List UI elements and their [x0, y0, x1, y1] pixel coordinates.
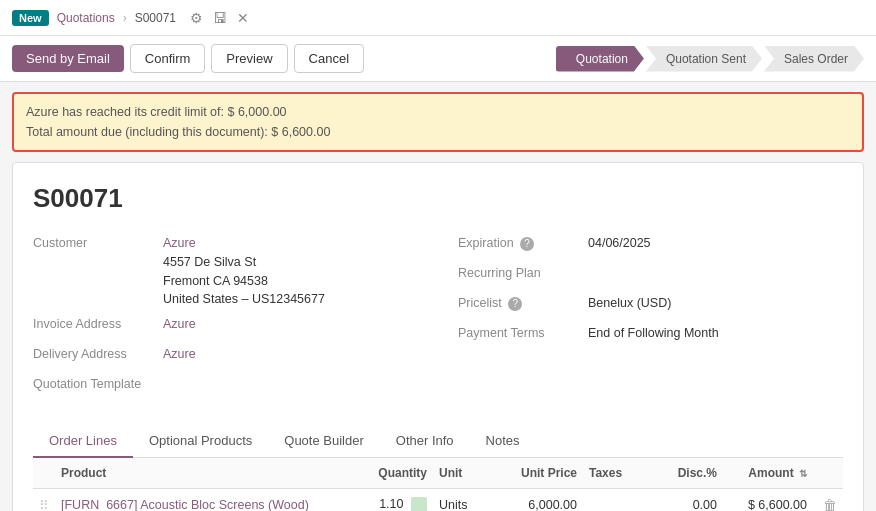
expiration-row: Expiration ? 04/06/2025	[458, 234, 843, 258]
tabs-bar: Order Lines Optional Products Quote Buil…	[33, 425, 843, 458]
action-bar: Send by Email Confirm Preview Cancel Quo…	[0, 36, 876, 82]
expiration-help-icon[interactable]: ?	[520, 237, 534, 251]
breadcrumb-icons: ⚙ 🖫 ✕	[188, 10, 251, 26]
send-by-email-button[interactable]: Send by Email	[12, 45, 124, 72]
row-drag-handle[interactable]: ⠿	[33, 489, 55, 512]
row-unit[interactable]: Units	[433, 489, 503, 512]
recurring-plan-label: Recurring Plan	[458, 264, 588, 280]
tab-quote-builder[interactable]: Quote Builder	[268, 425, 380, 458]
col-unit-price-header: Unit Price	[503, 458, 583, 489]
invoice-address-value[interactable]: Azure	[163, 315, 196, 334]
row-amount: $ 6,600.00	[723, 489, 813, 512]
customer-row: Customer Azure 4557 De Silva St Fremont …	[33, 234, 418, 309]
delete-icon[interactable]: 🗑	[823, 497, 837, 511]
payment-terms-label: Payment Terms	[458, 324, 588, 340]
pricelist-row: Pricelist ? Benelux (USD)	[458, 294, 843, 318]
customer-value: Azure 4557 De Silva St Fremont CA 94538 …	[163, 234, 325, 309]
warning-line1: Azure has reached its credit limit of: $…	[26, 102, 850, 122]
pricelist-help-icon[interactable]: ?	[508, 297, 522, 311]
drag-dots-icon: ⠿	[39, 499, 49, 512]
product-name: Acoustic Bloc Screens (Wood)	[140, 498, 309, 511]
status-sales-order[interactable]: Sales Order	[764, 46, 864, 72]
delivery-address-label: Delivery Address	[33, 345, 163, 361]
cancel-button[interactable]: Cancel	[294, 44, 364, 73]
row-quantity[interactable]: 1.10	[353, 489, 433, 512]
tab-optional-products[interactable]: Optional Products	[133, 425, 268, 458]
col-product-header: Product	[55, 458, 353, 489]
row-disc[interactable]: 0.00	[663, 489, 723, 512]
warning-line2: Total amount due (including this documen…	[26, 122, 850, 142]
product-code: [FURN_6667]	[61, 498, 137, 511]
status-quotation-sent[interactable]: Quotation Sent	[646, 46, 762, 72]
col-actions-header	[813, 458, 843, 489]
col-amount-header: Amount ⇅	[723, 458, 813, 489]
main-content: S00071 Customer Azure 4557 De Silva St F…	[12, 162, 864, 511]
product-link[interactable]: [FURN_6667] Acoustic Bloc Screens (Wood)	[61, 498, 309, 511]
image-icon[interactable]	[411, 497, 427, 511]
breadcrumb-parent[interactable]: Quotations	[57, 11, 115, 25]
form-right: Expiration ? 04/06/2025 Recurring Plan P…	[458, 234, 843, 405]
quotation-template-label: Quotation Template	[33, 375, 163, 391]
col-quantity-header: Quantity	[353, 458, 433, 489]
customer-address2: Fremont CA 94538	[163, 272, 325, 291]
new-badge: New	[12, 10, 49, 26]
col-drag-header	[33, 458, 55, 489]
row-product[interactable]: [FURN_6667] Acoustic Bloc Screens (Wood)	[55, 489, 353, 512]
customer-address1: 4557 De Silva St	[163, 253, 325, 272]
status-quotation[interactable]: Quotation	[556, 46, 644, 72]
credit-warning-box: Azure has reached its credit limit of: $…	[12, 92, 864, 152]
breadcrumb-bar: New Quotations › S00071 ⚙ 🖫 ✕	[0, 0, 876, 36]
table-row: ⠿ [FURN_6667] Acoustic Bloc Screens (Woo…	[33, 489, 843, 512]
settings-icon[interactable]: ⚙	[188, 10, 205, 26]
row-unit-price[interactable]: 6,000.00	[503, 489, 583, 512]
pricelist-label: Pricelist ?	[458, 294, 588, 311]
row-delete[interactable]: 🗑	[813, 489, 843, 512]
order-lines-table: Product Quantity Unit Unit Price Taxes D…	[33, 458, 843, 511]
quotation-template-row: Quotation Template	[33, 375, 418, 399]
table-header-row: Product Quantity Unit Unit Price Taxes D…	[33, 458, 843, 489]
amount-sort-icon[interactable]: ⇅	[799, 468, 807, 479]
form-left: Customer Azure 4557 De Silva St Fremont …	[33, 234, 418, 405]
col-unit-header: Unit	[433, 458, 503, 489]
customer-address3: United States – US12345677	[163, 290, 325, 309]
row-taxes[interactable]	[583, 489, 663, 512]
expiration-label: Expiration ?	[458, 234, 588, 251]
col-disc-header: Disc.%	[663, 458, 723, 489]
status-pipeline: Quotation Quotation Sent Sales Order	[556, 46, 864, 72]
customer-name[interactable]: Azure	[163, 234, 325, 253]
form-grid: Customer Azure 4557 De Silva St Fremont …	[33, 234, 843, 405]
tab-notes[interactable]: Notes	[470, 425, 536, 458]
payment-terms-value[interactable]: End of Following Month	[588, 324, 719, 343]
delivery-address-row: Delivery Address Azure	[33, 345, 418, 369]
invoice-address-row: Invoice Address Azure	[33, 315, 418, 339]
breadcrumb-separator: ›	[123, 11, 127, 25]
preview-button[interactable]: Preview	[211, 44, 287, 73]
expiration-value[interactable]: 04/06/2025	[588, 234, 651, 253]
invoice-address-label: Invoice Address	[33, 315, 163, 331]
document-number: S00071	[33, 183, 843, 214]
customer-label: Customer	[33, 234, 163, 250]
discard-icon[interactable]: ✕	[235, 10, 251, 26]
tab-order-lines[interactable]: Order Lines	[33, 425, 133, 458]
delivery-address-value[interactable]: Azure	[163, 345, 196, 364]
confirm-button[interactable]: Confirm	[130, 44, 206, 73]
payment-terms-row: Payment Terms End of Following Month	[458, 324, 843, 348]
breadcrumb-current: S00071	[135, 11, 176, 25]
save-icon[interactable]: 🖫	[211, 10, 229, 26]
recurring-plan-row: Recurring Plan	[458, 264, 843, 288]
pricelist-value[interactable]: Benelux (USD)	[588, 294, 671, 313]
tab-other-info[interactable]: Other Info	[380, 425, 470, 458]
col-taxes-header: Taxes	[583, 458, 663, 489]
